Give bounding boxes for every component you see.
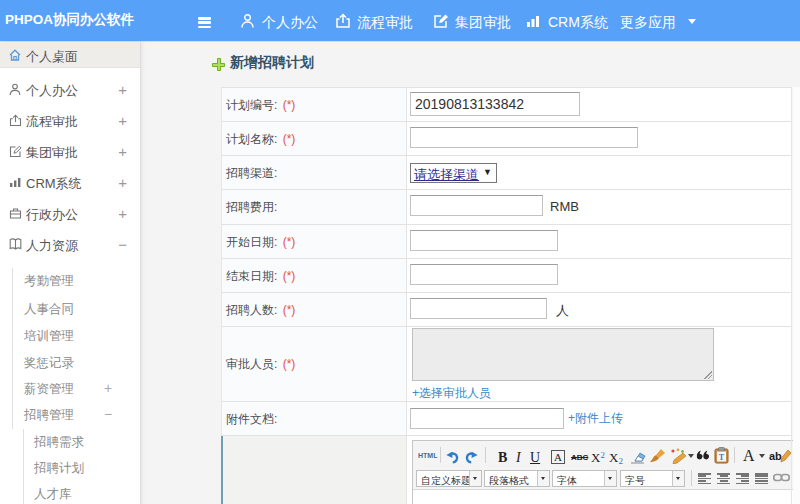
svg-text:T: T [719,453,725,462]
